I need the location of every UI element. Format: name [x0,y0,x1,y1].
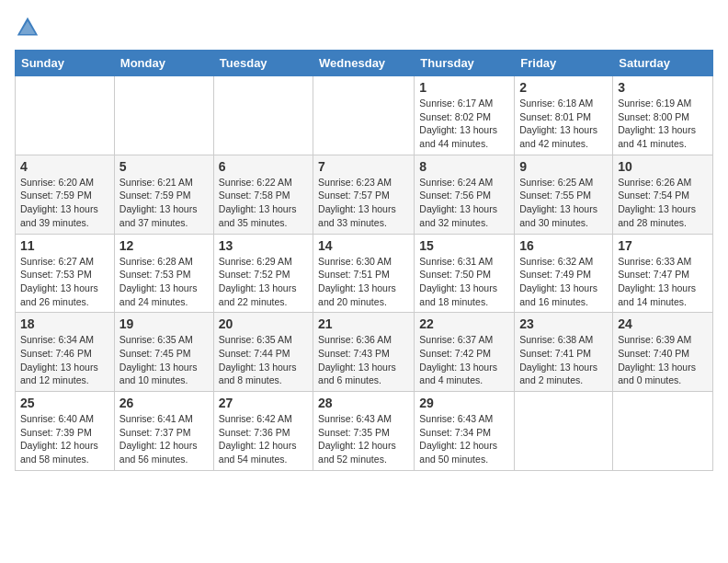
logo [15,15,44,40]
day-number: 19 [119,316,209,331]
day-info: Sunrise: 6:19 AM Sunset: 8:00 PM Dayligh… [618,97,708,151]
day-number: 11 [20,238,109,253]
day-number: 27 [219,396,308,410]
day-number: 21 [318,316,409,331]
calendar-cell [16,76,115,155]
calendar-cell: 15Sunrise: 6:31 AM Sunset: 7:50 PM Dayli… [415,234,515,313]
calendar-week-row: 25Sunrise: 6:40 AM Sunset: 7:39 PM Dayli… [16,392,713,471]
day-number: 2 [519,80,608,95]
calendar-cell: 3Sunrise: 6:19 AM Sunset: 8:00 PM Daylig… [613,76,713,155]
day-info: Sunrise: 6:43 AM Sunset: 7:34 PM Dayligh… [419,412,509,466]
day-number: 29 [419,396,509,410]
calendar-week-row: 11Sunrise: 6:27 AM Sunset: 7:53 PM Dayli… [16,234,713,313]
calendar-cell [515,392,613,471]
calendar-cell: 10Sunrise: 6:26 AM Sunset: 7:54 PM Dayli… [613,155,713,234]
calendar-cell: 16Sunrise: 6:32 AM Sunset: 7:49 PM Dayli… [515,234,613,313]
calendar-cell: 22Sunrise: 6:37 AM Sunset: 7:42 PM Dayli… [415,313,515,392]
day-info: Sunrise: 6:43 AM Sunset: 7:35 PM Dayligh… [318,412,409,466]
day-info: Sunrise: 6:37 AM Sunset: 7:42 PM Dayligh… [419,333,509,387]
day-info: Sunrise: 6:41 AM Sunset: 7:37 PM Dayligh… [119,412,209,466]
day-number: 3 [618,80,708,95]
day-header-saturday: Saturday [613,51,713,76]
calendar-cell: 11Sunrise: 6:27 AM Sunset: 7:53 PM Dayli… [16,234,115,313]
day-header-friday: Friday [515,51,613,76]
calendar-cell: 7Sunrise: 6:23 AM Sunset: 7:57 PM Daylig… [313,155,415,234]
day-header-sunday: Sunday [16,51,115,76]
day-info: Sunrise: 6:38 AM Sunset: 7:41 PM Dayligh… [519,333,608,387]
day-info: Sunrise: 6:28 AM Sunset: 7:53 PM Dayligh… [119,255,209,309]
day-number: 23 [519,316,608,331]
day-info: Sunrise: 6:42 AM Sunset: 7:36 PM Dayligh… [219,412,308,466]
day-info: Sunrise: 6:36 AM Sunset: 7:43 PM Dayligh… [318,333,409,387]
calendar-cell: 4Sunrise: 6:20 AM Sunset: 7:59 PM Daylig… [16,155,115,234]
calendar-cell: 29Sunrise: 6:43 AM Sunset: 7:34 PM Dayli… [415,392,515,471]
day-number: 20 [219,316,308,331]
day-info: Sunrise: 6:26 AM Sunset: 7:54 PM Dayligh… [618,176,708,230]
calendar-cell: 26Sunrise: 6:41 AM Sunset: 7:37 PM Dayli… [114,392,213,471]
day-number: 13 [219,238,308,253]
logo-icon [15,15,40,40]
day-info: Sunrise: 6:30 AM Sunset: 7:51 PM Dayligh… [318,255,409,309]
calendar-cell: 25Sunrise: 6:40 AM Sunset: 7:39 PM Dayli… [16,392,115,471]
calendar-cell [114,76,213,155]
day-number: 24 [618,316,708,331]
day-number: 4 [20,159,109,174]
page-header [15,15,713,40]
calendar-cell: 28Sunrise: 6:43 AM Sunset: 7:35 PM Dayli… [313,392,415,471]
day-info: Sunrise: 6:18 AM Sunset: 8:01 PM Dayligh… [519,97,608,151]
calendar-cell: 24Sunrise: 6:39 AM Sunset: 7:40 PM Dayli… [613,313,713,392]
day-info: Sunrise: 6:22 AM Sunset: 7:58 PM Dayligh… [219,176,308,230]
day-number: 25 [20,396,109,410]
calendar-cell: 1Sunrise: 6:17 AM Sunset: 8:02 PM Daylig… [415,76,515,155]
day-info: Sunrise: 6:35 AM Sunset: 7:45 PM Dayligh… [119,333,209,387]
day-number: 17 [618,238,708,253]
calendar-cell: 27Sunrise: 6:42 AM Sunset: 7:36 PM Dayli… [213,392,313,471]
day-info: Sunrise: 6:33 AM Sunset: 7:47 PM Dayligh… [618,255,708,309]
calendar-cell [613,392,713,471]
calendar-cell: 17Sunrise: 6:33 AM Sunset: 7:47 PM Dayli… [613,234,713,313]
day-number: 28 [318,396,409,410]
day-info: Sunrise: 6:17 AM Sunset: 8:02 PM Dayligh… [419,97,509,151]
day-number: 5 [119,159,209,174]
calendar-cell: 6Sunrise: 6:22 AM Sunset: 7:58 PM Daylig… [213,155,313,234]
day-info: Sunrise: 6:31 AM Sunset: 7:50 PM Dayligh… [419,255,509,309]
day-info: Sunrise: 6:29 AM Sunset: 7:52 PM Dayligh… [219,255,308,309]
calendar-week-row: 4Sunrise: 6:20 AM Sunset: 7:59 PM Daylig… [16,155,713,234]
day-number: 12 [119,238,209,253]
calendar-cell: 21Sunrise: 6:36 AM Sunset: 7:43 PM Dayli… [313,313,415,392]
day-info: Sunrise: 6:20 AM Sunset: 7:59 PM Dayligh… [20,176,109,230]
day-number: 9 [519,159,608,174]
day-info: Sunrise: 6:35 AM Sunset: 7:44 PM Dayligh… [219,333,308,387]
calendar-cell: 19Sunrise: 6:35 AM Sunset: 7:45 PM Dayli… [114,313,213,392]
day-info: Sunrise: 6:21 AM Sunset: 7:59 PM Dayligh… [119,176,209,230]
day-number: 14 [318,238,409,253]
day-number: 26 [119,396,209,410]
day-number: 7 [318,159,409,174]
calendar-cell: 18Sunrise: 6:34 AM Sunset: 7:46 PM Dayli… [16,313,115,392]
calendar-cell: 20Sunrise: 6:35 AM Sunset: 7:44 PM Dayli… [213,313,313,392]
calendar-cell [313,76,415,155]
calendar-header-row: SundayMondayTuesdayWednesdayThursdayFrid… [16,51,713,76]
calendar-cell: 9Sunrise: 6:25 AM Sunset: 7:55 PM Daylig… [515,155,613,234]
day-number: 1 [419,80,509,95]
day-number: 16 [519,238,608,253]
calendar-cell: 23Sunrise: 6:38 AM Sunset: 7:41 PM Dayli… [515,313,613,392]
calendar-table: SundayMondayTuesdayWednesdayThursdayFrid… [15,50,713,471]
calendar-cell: 12Sunrise: 6:28 AM Sunset: 7:53 PM Dayli… [114,234,213,313]
day-number: 22 [419,316,509,331]
calendar-cell: 14Sunrise: 6:30 AM Sunset: 7:51 PM Dayli… [313,234,415,313]
day-info: Sunrise: 6:23 AM Sunset: 7:57 PM Dayligh… [318,176,409,230]
calendar-cell: 8Sunrise: 6:24 AM Sunset: 7:56 PM Daylig… [415,155,515,234]
calendar-cell: 2Sunrise: 6:18 AM Sunset: 8:01 PM Daylig… [515,76,613,155]
day-header-monday: Monday [114,51,213,76]
day-header-tuesday: Tuesday [213,51,313,76]
calendar-cell: 13Sunrise: 6:29 AM Sunset: 7:52 PM Dayli… [213,234,313,313]
calendar-week-row: 1Sunrise: 6:17 AM Sunset: 8:02 PM Daylig… [16,76,713,155]
day-info: Sunrise: 6:40 AM Sunset: 7:39 PM Dayligh… [20,412,109,466]
day-number: 8 [419,159,509,174]
day-info: Sunrise: 6:32 AM Sunset: 7:49 PM Dayligh… [519,255,608,309]
calendar-cell [213,76,313,155]
day-info: Sunrise: 6:24 AM Sunset: 7:56 PM Dayligh… [419,176,509,230]
day-number: 15 [419,238,509,253]
day-info: Sunrise: 6:34 AM Sunset: 7:46 PM Dayligh… [20,333,109,387]
